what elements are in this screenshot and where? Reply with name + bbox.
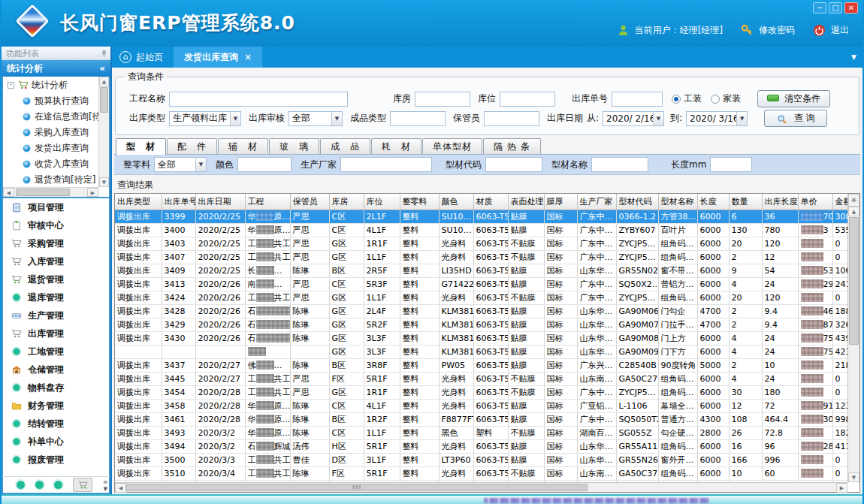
column-header[interactable]: 工程 [245, 194, 290, 210]
table-row[interactable]: 调拨出库34542020/2/28工共工程严思G区1R1F整料光身料6063-T… [115, 386, 847, 400]
sidebar-item-报废管理[interactable]: 报废管理 [3, 451, 109, 469]
tree-item[interactable]: 采购入库查询 [3, 125, 98, 140]
dot-icon[interactable] [17, 481, 25, 489]
sidebar-item-物料盘存[interactable]: 物料盘存 [3, 379, 109, 397]
column-header[interactable]: 型材代码 [616, 194, 658, 210]
table-row[interactable]: 调拨出库34072020/2/25工共工程严思G区1L1F整料光身料6063-T… [115, 251, 847, 264]
date-to-picker[interactable]: 2020/ 3/16▼ [686, 111, 748, 126]
table-row[interactable]: 调拨出库34282020/2/26石城陈琳G区2L4F整料KLM38176063… [115, 305, 847, 318]
table-row[interactable]: 调拨出库34132020/2/26南…严思C区5R3F整料G714226063-… [115, 278, 847, 291]
order-no-input[interactable] [612, 92, 663, 107]
table-row[interactable]: G区3L3F整料KLM38176063-T5贴膜国标山东华…GA90M09…门下… [115, 346, 847, 359]
tab-shipping-outbound-query[interactable]: 发货出库查询 × [174, 47, 262, 68]
table-row[interactable]: 调拨出库35102020/3/4工共工程陈琳F区5R1F整料光身料6063-T5… [115, 467, 847, 481]
table-row[interactable]: 调拨出库34292020/2/26石城陈琳G区5R2F整料KLM38176063… [115, 318, 847, 332]
tree-horizontal-scrollbar[interactable]: ◀ ▶ [3, 187, 98, 197]
column-header[interactable]: 金额 [832, 194, 847, 210]
material-tab[interactable]: 型 材 [116, 138, 166, 155]
sidebar-item-仓储管理[interactable]: 仓储管理 [3, 361, 109, 379]
sidebar-item-财务管理[interactable]: 财务管理 [3, 397, 109, 415]
table-row[interactable]: 调拨出库34612020/2/28华原…陈琳B区1R2F整料F8877FT606… [115, 413, 847, 427]
grid-horizontal-scrollbar[interactable]: ◀ ⦀⦀⦀ ▶ [115, 482, 847, 492]
more-items-button[interactable]: »▾ [103, 478, 108, 492]
column-header[interactable]: 保管员 [290, 194, 329, 210]
sidebar-item-生产管理[interactable]: 生产管理 [3, 306, 109, 324]
column-header[interactable]: 生产厂家 [577, 194, 616, 210]
cart-button[interactable] [73, 478, 92, 492]
whole-part-select[interactable]: 全部▼ [154, 157, 207, 172]
tree-expand-icon[interactable]: - [8, 82, 14, 89]
column-header[interactable]: 型材名称 [658, 194, 697, 210]
keeper-input[interactable] [484, 111, 539, 126]
tab-home[interactable]: ⌂ 起始页 [112, 47, 174, 68]
change-password-link[interactable]: 修改密码 [759, 24, 795, 37]
minimize-button[interactable]: ─ [813, 2, 826, 14]
sidebar-item-采购管理[interactable]: 采购管理 [3, 234, 109, 252]
table-row[interactable]: 调拨出库34582020/2/28华原…陈琳C区4L1F整料光身料6063-T5… [115, 400, 847, 413]
column-header[interactable]: 长度 [697, 194, 729, 210]
tree-root-statistics[interactable]: - 统计分析 [3, 77, 98, 93]
table-row[interactable]: 调拨出库34372020/2/27佛…陈琳B区3R8F整料PW056063-T5… [115, 359, 847, 373]
table-row[interactable]: 调拨出库34932020/3/2华原…陈琳C区1L1F整料黑色塑料不贴膜国标湖南… [115, 427, 847, 440]
warehouse-input[interactable] [415, 92, 470, 107]
location-input[interactable] [500, 92, 555, 107]
profile-code-input[interactable] [485, 157, 542, 172]
table-row[interactable]: 调拨出库33992020/2/25华原…严思C区2L1F整料SU10…6063-… [115, 210, 847, 224]
grid-vertical-scrollbar[interactable]: ✳ ▲ ▼ [847, 194, 859, 482]
sidebar-item-退库管理[interactable]: 退库管理 [3, 288, 109, 306]
column-header[interactable]: 库房 [329, 194, 364, 210]
clear-conditions-button[interactable]: 清空条件 [757, 90, 830, 107]
logout-link[interactable]: 退出 [831, 24, 849, 37]
outbound-audit-select[interactable]: 全部▼ [289, 111, 343, 126]
sidebar-item-工地管理[interactable]: 工地管理 [3, 343, 109, 361]
sidebar-item-审核中心[interactable]: 审核中心 [3, 216, 109, 234]
sidebar-section-statistics[interactable]: 统计分析 « [2, 60, 110, 77]
tree-item[interactable]: 在途信息查询[待 [3, 109, 98, 125]
sidebar-item-出库管理[interactable]: 出库管理 [3, 324, 109, 343]
table-row[interactable]: 调拨出库34032020/2/25工共工程严思G区1R1F整料光身料6063-T… [115, 237, 847, 251]
sidebar-item-补单中心[interactable]: 补单中心 [3, 433, 109, 451]
table-row[interactable]: 调拨出库34302020/2/26石城陈琳G区3L3F整料KLM38176063… [115, 332, 847, 346]
radio-gongzhuang[interactable] [672, 95, 681, 104]
collapse-icon[interactable]: « [99, 63, 105, 74]
material-tab[interactable]: 单体型材 [422, 138, 482, 154]
radio-jiazhuang[interactable] [711, 95, 720, 104]
tree-vertical-scrollbar[interactable]: ▲ ▼ [98, 77, 109, 187]
table-row[interactable]: 调拨出库34092020/2/25长…陈琳B区2R5F整料LI35HD6063-… [115, 264, 847, 278]
outbound-type-select[interactable]: 生产领料出库▼ [169, 111, 241, 126]
material-tab[interactable]: 辅 材 [218, 138, 268, 154]
tab-list-dropdown-icon[interactable]: ▼ [851, 53, 856, 61]
sidebar-item-结转管理[interactable]: 结转管理 [3, 415, 109, 433]
dot-icon[interactable] [35, 481, 44, 489]
tree-item[interactable]: 预算执行查询 [3, 93, 98, 109]
column-header[interactable]: 数量 [729, 194, 762, 210]
sidebar-item-退货管理[interactable]: 退货管理 [3, 270, 109, 288]
column-header[interactable]: 膜厚 [544, 194, 577, 210]
material-tab[interactable]: 成 品 [320, 138, 370, 154]
manufacturer-input[interactable] [340, 157, 432, 172]
material-tab[interactable]: 隔 热 条 [483, 138, 541, 154]
sidebar-item-项目管理[interactable]: 项目管理 [3, 198, 109, 216]
column-header[interactable]: 颜色 [439, 194, 473, 210]
close-button[interactable]: ✕ [844, 2, 858, 14]
column-header[interactable]: 出库单号 [162, 194, 195, 210]
column-header[interactable]: 单价 [798, 194, 832, 210]
column-header[interactable]: 出库长度 [762, 194, 798, 210]
maximize-button[interactable]: □ [829, 2, 842, 14]
column-header[interactable]: 出库类型 [115, 194, 162, 210]
dot-icon[interactable] [54, 481, 62, 489]
tree-item[interactable]: 发货出库查询 [3, 140, 98, 156]
tab-close-icon[interactable]: × [244, 52, 252, 62]
sidebar-item-入库管理[interactable]: 入库管理 [3, 252, 109, 270]
date-from-picker[interactable]: 2020/ 2/16▼ [603, 111, 664, 126]
table-row[interactable]: 调拨出库34002020/2/25华原…严思C区4L1F整料SU10…6063-… [115, 224, 847, 237]
tree-item[interactable]: 收货入库查询 [3, 156, 98, 172]
table-row[interactable]: 调拨出库34242020/2/26工共工程严思G区1L1F整料光身料6063-T… [115, 291, 847, 305]
material-tab[interactable]: 玻 璃 [269, 138, 319, 154]
tree-item[interactable]: 退货查询[待定] [3, 172, 98, 187]
length-input[interactable] [710, 157, 752, 172]
column-header[interactable]: 库位 [364, 194, 400, 210]
material-tab[interactable]: 耗 材 [371, 138, 421, 154]
search-button[interactable]: 查 询 [764, 110, 827, 127]
column-chooser-button[interactable]: ✳ [848, 194, 859, 207]
